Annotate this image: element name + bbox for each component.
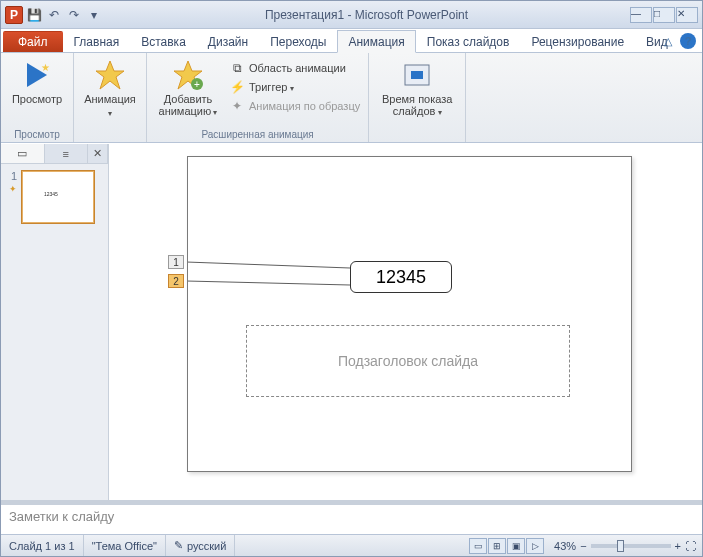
slide[interactable]: 1 2 12345 Подзаголовок слайда — [187, 156, 632, 472]
status-bar: Слайд 1 из 1 "Тема Office" ✎ русский ▭ ⊞… — [1, 534, 702, 556]
thumbnails-tab[interactable]: ▭ — [1, 144, 45, 163]
close-button[interactable]: ✕ — [676, 7, 698, 23]
quick-access-toolbar: P 💾 ↶ ↷ ▾ — [1, 6, 103, 24]
thumb-number: 1 — [5, 170, 17, 182]
svg-marker-2 — [96, 61, 124, 89]
animation-tag-1[interactable]: 1 — [168, 255, 184, 269]
group-preview: ★ Просмотр Просмотр — [1, 53, 74, 142]
title-textbox[interactable]: 12345 — [350, 261, 452, 293]
outline-tab[interactable]: ≡ — [45, 144, 89, 163]
timing-label: Время показа слайдов — [377, 93, 457, 118]
animation-painter-button: ✦ Анимация по образцу — [227, 97, 362, 115]
status-slide-number: Слайд 1 из 1 — [1, 535, 84, 556]
normal-view-button[interactable]: ▭ — [469, 538, 487, 554]
animation-indicator-icon: ✦ — [9, 184, 17, 194]
trigger-label: Триггер — [249, 81, 294, 93]
tab-design[interactable]: Дизайн — [197, 30, 259, 52]
tab-review[interactable]: Рецензирование — [520, 30, 635, 52]
title-bar: P 💾 ↶ ↷ ▾ Презентация1 - Microsoft Power… — [1, 1, 702, 29]
animation-painter-icon: ✦ — [229, 98, 245, 114]
undo-icon[interactable]: ↶ — [45, 6, 63, 24]
thumb-preview[interactable]: 12345 — [21, 170, 95, 224]
zoom-in-button[interactable]: + — [675, 540, 681, 552]
group-advanced-animation: + Добавить анимацию ⧉ Область анимации ⚡… — [147, 53, 369, 142]
animation-label: Анимация — [82, 93, 138, 119]
status-language-label: русский — [187, 540, 226, 552]
animation-gallery-button[interactable]: Анимация — [80, 57, 140, 121]
group-animation: Анимация — [74, 53, 147, 142]
group-advanced-label: Расширенная анимация — [153, 128, 362, 142]
zoom-level: 43% — [554, 540, 576, 552]
tab-animation[interactable]: Анимация — [337, 30, 415, 53]
add-animation-icon: + — [172, 59, 204, 91]
app-icon: P — [5, 6, 23, 24]
tab-file[interactable]: Файл — [3, 31, 63, 52]
timing-button[interactable]: Время показа слайдов — [375, 57, 459, 120]
reading-view-button[interactable]: ▣ — [507, 538, 525, 554]
animation-pane-label: Область анимации — [249, 62, 346, 74]
group-preview-label: Просмотр — [7, 128, 67, 142]
animation-pane-icon: ⧉ — [229, 60, 245, 76]
svg-rect-7 — [411, 71, 423, 79]
animation-tag-2[interactable]: 2 — [168, 274, 184, 288]
tab-transitions[interactable]: Переходы — [259, 30, 337, 52]
zoom-control: 43% − + ⛶ — [548, 540, 702, 552]
minimize-button[interactable]: — — [630, 7, 652, 23]
redo-icon[interactable]: ↷ — [65, 6, 83, 24]
thumb-text: 12345 — [44, 191, 58, 197]
thumb-close-button[interactable]: ✕ — [88, 144, 108, 163]
spellcheck-icon: ✎ — [174, 539, 183, 552]
zoom-slider[interactable] — [591, 544, 671, 548]
tab-home[interactable]: Главная — [63, 30, 131, 52]
sorter-view-button[interactable]: ⊞ — [488, 538, 506, 554]
svg-text:+: + — [194, 79, 200, 90]
thumbnail-panel: ▭ ≡ ✕ 1 ✦ 12345 — [1, 144, 109, 500]
save-icon[interactable]: 💾 — [25, 6, 43, 24]
help-icon[interactable]: ? — [680, 33, 696, 49]
ribbon: ★ Просмотр Просмотр Анимация + Добавить … — [1, 53, 702, 143]
animation-icon — [94, 59, 126, 91]
workspace: ▭ ≡ ✕ 1 ✦ 12345 1 2 — [1, 144, 702, 534]
notes-pane[interactable]: Заметки к слайду — [1, 500, 702, 534]
svg-line-8 — [188, 262, 350, 268]
maximize-button[interactable]: □ — [653, 7, 675, 23]
tab-insert[interactable]: Вставка — [130, 30, 197, 52]
animation-pane-button[interactable]: ⧉ Область анимации — [227, 59, 362, 77]
tab-slideshow[interactable]: Показ слайдов — [416, 30, 521, 52]
status-language[interactable]: ✎ русский — [166, 535, 235, 556]
ribbon-collapse-icon[interactable]: △ — [660, 33, 676, 49]
svg-line-9 — [188, 281, 350, 285]
add-animation-label: Добавить анимацию — [155, 93, 221, 118]
trigger-button[interactable]: ⚡ Триггер — [227, 78, 362, 96]
view-buttons: ▭ ⊞ ▣ ▷ — [465, 538, 548, 554]
zoom-out-button[interactable]: − — [580, 540, 586, 552]
window-title: Презентация1 - Microsoft PowerPoint — [103, 8, 630, 22]
slideshow-view-button[interactable]: ▷ — [526, 538, 544, 554]
preview-icon: ★ — [21, 59, 53, 91]
timing-icon — [401, 59, 433, 91]
add-animation-button[interactable]: + Добавить анимацию — [153, 57, 223, 120]
slide-thumbnail[interactable]: 1 ✦ 12345 — [1, 164, 108, 230]
preview-label: Просмотр — [12, 93, 62, 105]
group-timing: Время показа слайдов — [369, 53, 466, 142]
fit-to-window-button[interactable]: ⛶ — [685, 540, 696, 552]
svg-text:★: ★ — [41, 62, 50, 73]
qat-dropdown-icon[interactable]: ▾ — [85, 6, 103, 24]
subtitle-placeholder[interactable]: Подзаголовок слайда — [246, 325, 570, 397]
slide-canvas[interactable]: 1 2 12345 Подзаголовок слайда — [109, 144, 702, 500]
status-theme: "Тема Office" — [84, 535, 166, 556]
preview-button[interactable]: ★ Просмотр — [7, 57, 67, 107]
trigger-icon: ⚡ — [229, 79, 245, 95]
animation-painter-label: Анимация по образцу — [249, 100, 360, 112]
ribbon-tabs: Файл Главная Вставка Дизайн Переходы Ани… — [1, 29, 702, 53]
